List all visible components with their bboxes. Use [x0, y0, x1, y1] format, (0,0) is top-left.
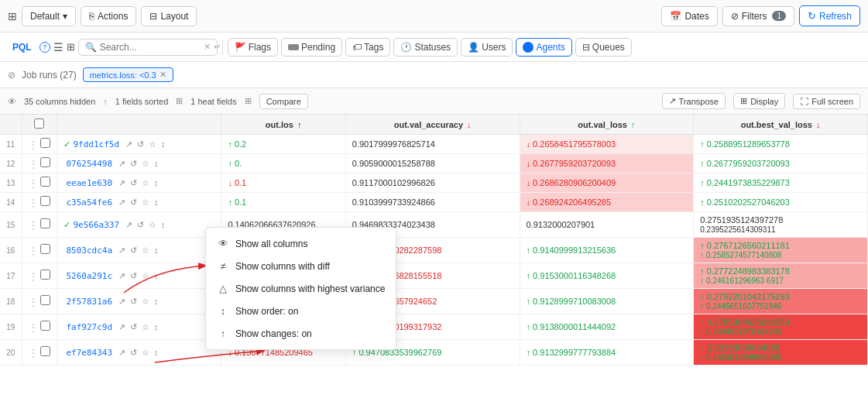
reload-icon[interactable]: ↺ — [129, 347, 139, 359]
row-dot-menu[interactable]: ⋮ — [29, 297, 38, 307]
run-id-link[interactable]: 2f57831a6 — [67, 297, 113, 307]
row-dot-menu[interactable]: ⋮ — [29, 348, 38, 359]
row-dot-menu[interactable]: ⋮ — [29, 271, 38, 282]
move-icon[interactable]: ↕ — [153, 296, 160, 307]
actions-button[interactable]: ⎘ Actions — [81, 6, 136, 26]
open-icon[interactable]: ↗ — [117, 321, 127, 333]
run-id-link[interactable]: ef7e84343 — [67, 348, 113, 358]
star-icon[interactable]: ☆ — [140, 347, 151, 359]
reload-icon[interactable]: ↺ — [129, 177, 139, 189]
flags-button[interactable]: 🚩 Flags — [228, 38, 278, 57]
open-icon[interactable]: ↗ — [117, 197, 127, 208]
col-header-out-val-loss[interactable]: out.val_loss ↑ — [520, 115, 694, 135]
open-icon[interactable]: ↗ — [117, 347, 127, 359]
context-menu-item-0[interactable]: 👁Show all columns — [206, 232, 396, 255]
row-checkbox[interactable] — [40, 157, 50, 167]
refresh-button[interactable]: ↻ Refresh — [799, 5, 860, 26]
row-checkbox[interactable] — [40, 346, 50, 356]
context-menu-item-2[interactable]: △Show columns with highest variance — [206, 277, 396, 300]
run-id-link[interactable]: 8503cdc4a — [67, 245, 113, 256]
move-icon[interactable]: ↕ — [153, 197, 160, 208]
star-icon[interactable]: ☆ — [147, 219, 158, 231]
reload-icon[interactable]: ↺ — [129, 245, 139, 256]
row-dot-menu[interactable]: ⋮ — [29, 322, 38, 333]
open-icon[interactable]: ↗ — [117, 245, 127, 256]
row-checkbox[interactable] — [40, 196, 50, 206]
run-id-link[interactable]: 076254498 — [67, 159, 113, 169]
reload-icon[interactable]: ↺ — [129, 158, 139, 170]
row-dot-menu[interactable]: ⋮ — [29, 139, 38, 150]
open-icon[interactable]: ↗ — [117, 177, 127, 189]
reload-icon[interactable]: ↺ — [129, 296, 139, 307]
default-button[interactable]: Default ▾ — [22, 6, 76, 26]
col-header-out-loss[interactable]: out.los ↑ — [221, 115, 345, 135]
star-icon[interactable]: ☆ — [140, 197, 151, 208]
star-icon[interactable]: ☆ — [140, 321, 151, 333]
agents-button[interactable]: Agents — [516, 38, 571, 57]
dates-button[interactable]: 📅 Dates — [661, 6, 717, 26]
context-menu-item-4[interactable]: ↑Show changes: on — [206, 322, 396, 345]
run-id-link[interactable]: eeae1e630 — [67, 178, 113, 188]
row-checkbox[interactable] — [40, 177, 50, 187]
run-id-link[interactable]: 9fdd1cf5d — [74, 139, 120, 149]
filter-close-icon[interactable]: ✕ — [160, 70, 166, 80]
star-icon[interactable]: ☆ — [140, 270, 151, 282]
select-all-checkbox[interactable] — [34, 118, 44, 129]
move-icon[interactable]: ↕ — [153, 158, 160, 169]
col-header-out-best-val-loss[interactable]: out.best_val_loss ↓ — [694, 115, 868, 135]
open-icon[interactable]: ↗ — [117, 270, 127, 282]
row-checkbox[interactable] — [40, 218, 50, 228]
move-icon[interactable]: ↕ — [153, 177, 160, 188]
star-icon[interactable]: ☆ — [140, 158, 151, 170]
run-id-link[interactable]: c35a54fe6 — [67, 197, 113, 208]
context-menu-item-1[interactable]: ≠Show columns with diff — [206, 255, 396, 277]
move-icon[interactable]: ↕ — [160, 139, 167, 149]
row-dot-menu[interactable]: ⋮ — [29, 245, 38, 256]
row-checkbox[interactable] — [40, 244, 50, 254]
row-dot-menu[interactable]: ⋮ — [29, 220, 38, 231]
compare-button[interactable]: Compare — [259, 94, 308, 109]
run-id-link[interactable]: faf927c9d — [67, 322, 113, 332]
move-icon[interactable]: ↕ — [160, 219, 167, 230]
filters-button[interactable]: ⊘ Filters 1 — [722, 6, 794, 26]
reload-icon[interactable]: ↺ — [129, 270, 139, 282]
search-input[interactable] — [100, 42, 201, 53]
row-checkbox[interactable] — [40, 295, 50, 305]
reload-icon[interactable]: ↺ — [129, 197, 139, 208]
display-button[interactable]: ⊞ Display — [733, 93, 785, 109]
run-id-link[interactable]: 9e566a337 — [74, 220, 120, 230]
users-button[interactable]: 👤 Users — [461, 38, 513, 57]
reload-icon[interactable]: ↺ — [129, 321, 139, 333]
reload-icon[interactable]: ↺ — [136, 219, 146, 231]
open-icon[interactable]: ↗ — [124, 219, 134, 231]
open-icon[interactable]: ↗ — [117, 296, 127, 307]
row-checkbox[interactable] — [40, 270, 50, 280]
layout-button[interactable]: ⊟ Layout — [141, 6, 197, 26]
star-icon[interactable]: ☆ — [147, 139, 158, 150]
open-icon[interactable]: ↗ — [124, 139, 134, 150]
row-checkbox[interactable] — [40, 321, 50, 331]
move-icon[interactable]: ↕ — [153, 321, 160, 332]
move-icon[interactable]: ↕ — [153, 347, 160, 358]
fullscreen-button[interactable]: ⛶ Full screen — [793, 94, 860, 109]
col-header-out-val-accuracy[interactable]: out.val_accuracy ↓ — [345, 115, 520, 135]
tags-button[interactable]: 🏷 Tags — [345, 38, 390, 57]
statuses-button[interactable]: 🕐 Statuses — [393, 38, 458, 57]
row-dot-menu[interactable]: ⋮ — [29, 197, 38, 208]
context-menu-item-3[interactable]: ↕Show order: on — [206, 300, 396, 322]
help-icon[interactable]: ? — [39, 42, 50, 53]
star-icon[interactable]: ☆ — [140, 245, 151, 256]
row-checkbox[interactable] — [40, 138, 50, 148]
clear-icon[interactable]: ✕ — [204, 42, 211, 52]
list-icon[interactable]: ☰ — [53, 41, 63, 53]
open-icon[interactable]: ↗ — [117, 158, 127, 170]
row-dot-menu[interactable]: ⋮ — [29, 159, 38, 170]
reload-icon[interactable]: ↺ — [136, 139, 146, 150]
row-dot-menu[interactable]: ⋮ — [29, 178, 38, 189]
star-icon[interactable]: ☆ — [140, 296, 151, 307]
grid-icon[interactable]: ⊞ — [67, 41, 75, 53]
star-icon[interactable]: ☆ — [140, 177, 151, 189]
move-icon[interactable]: ↕ — [153, 245, 160, 256]
pql-button[interactable]: PQL — [8, 39, 36, 55]
queues-button[interactable]: ⊟ Queues — [575, 38, 632, 57]
